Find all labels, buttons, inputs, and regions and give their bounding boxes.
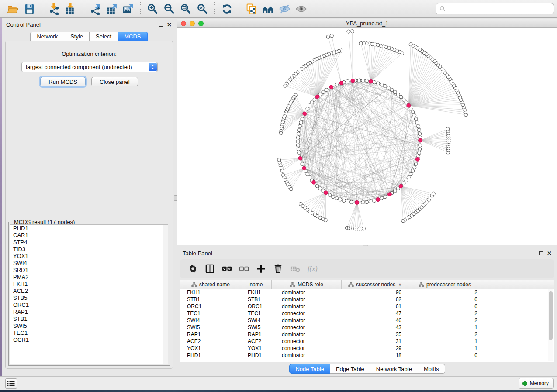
column-header-name[interactable]: name [241, 280, 272, 289]
mcds-result-item[interactable]: TEC1 [10, 330, 168, 337]
mcds-result-item[interactable]: SWI5 [10, 323, 168, 330]
cell-successor_nodes: 31 [342, 338, 408, 344]
copy-network-button[interactable] [243, 2, 259, 16]
zoom-selected-button[interactable] [194, 2, 211, 16]
table-scrollbar[interactable] [548, 289, 553, 361]
mcds-result-item[interactable]: STB5 [10, 295, 168, 302]
import-table-button[interactable] [62, 2, 79, 16]
export-network-button[interactable] [86, 2, 103, 16]
cell-successor_nodes: 61 [342, 303, 408, 309]
mcds-result-item[interactable]: GCR1 [10, 337, 168, 344]
control-panel: Control Panel ✕ NetworkStyleSelectMCDS O… [2, 18, 176, 376]
mcds-result-item[interactable]: STP4 [10, 239, 168, 246]
network-graph[interactable] [177, 28, 557, 245]
column-header-MCDS-role[interactable]: MCDS role [272, 280, 342, 289]
tab-style[interactable]: Style [64, 32, 90, 41]
toolbar-separator [137, 2, 143, 15]
network-window-titlebar[interactable]: YPA_prune.txt_1 [177, 19, 557, 28]
zoom-out-button[interactable] [161, 2, 177, 16]
refresh-button[interactable] [218, 2, 235, 16]
show-all-button[interactable] [293, 2, 309, 16]
mcds-list-scrollbar[interactable] [163, 225, 168, 364]
window-close-button[interactable] [181, 21, 186, 26]
table-row[interactable]: SWI4SWI4dominator462 [180, 317, 554, 324]
table-row[interactable]: TEC1TEC1connector472 [180, 310, 554, 317]
table-row[interactable]: RAP1RAP1dominator352 [180, 331, 554, 338]
import-network-button[interactable] [45, 2, 62, 16]
table-row[interactable]: PHD1PHD1dominator180 [180, 352, 554, 359]
criterion-value: largest connected component (undirected) [26, 64, 132, 70]
table-row[interactable]: YOX1YOX1connector291 [180, 345, 554, 352]
zoom-in-button[interactable] [144, 2, 161, 16]
export-image-button[interactable] [120, 2, 136, 16]
criterion-dropdown[interactable]: largest connected component (undirected)… [21, 62, 158, 72]
cell-predecessor_nodes: 2 [408, 289, 481, 296]
tab-edge-table[interactable]: Edge Table [330, 364, 370, 374]
delete-button[interactable] [271, 262, 284, 275]
cell-successor_nodes: 96 [342, 289, 408, 296]
float-panel-icon[interactable] [159, 23, 163, 27]
mcds-result-item[interactable]: PMA2 [10, 274, 168, 281]
first-neighbors-button[interactable] [259, 2, 276, 16]
column-header-successor-nodes[interactable]: successor nodes∨ [342, 280, 408, 289]
table-row[interactable]: FKH1FKH1dominator962 [180, 289, 554, 296]
float-table-panel-icon[interactable] [539, 251, 543, 255]
cell-predecessor_nodes: 1 [408, 345, 481, 351]
memory-button[interactable]: Memory [519, 378, 554, 389]
mcds-result-item[interactable]: ORC1 [10, 302, 168, 309]
mcds-result-item[interactable]: ACE2 [10, 288, 168, 295]
table-row[interactable]: SWI5SWI5connector431 [180, 324, 554, 331]
run-mcds-button[interactable]: Run MCDS [40, 77, 86, 86]
table-row[interactable]: ORC1ORC1dominator610 [180, 303, 554, 310]
cell-name: PHD1 [241, 352, 272, 358]
toolbar-separator [80, 2, 86, 15]
select-all-button[interactable] [220, 262, 233, 275]
tab-select[interactable]: Select [90, 32, 118, 41]
mcds-result-item[interactable]: CAR1 [10, 232, 168, 239]
cell-successor_nodes: 43 [342, 324, 408, 330]
table-row[interactable]: STB1STB1dominator620 [180, 296, 554, 303]
columns-button[interactable] [203, 262, 216, 275]
hide-selected-button[interactable] [276, 2, 293, 16]
window-minimize-button[interactable] [190, 21, 195, 26]
close-table-panel-icon[interactable]: ✕ [547, 251, 552, 255]
window-zoom-button[interactable] [198, 21, 204, 26]
cell-name: ORC1 [241, 303, 272, 309]
deselect-all-button[interactable] [237, 262, 250, 275]
zoom-in-icon [147, 3, 159, 15]
close-panel-icon[interactable]: ✕ [167, 23, 172, 27]
node-table[interactable]: shared namenameMCDS rolesuccessor nodes∨… [180, 280, 554, 362]
search-input[interactable] [446, 4, 554, 13]
add-button[interactable] [254, 262, 267, 275]
tab-node-table[interactable]: Node Table [289, 364, 330, 374]
mcds-result-item[interactable]: SRD1 [10, 267, 168, 274]
toolbar-separator [236, 2, 242, 15]
mcds-result-item[interactable]: YOX1 [10, 253, 168, 260]
mcds-result-item[interactable]: TID3 [10, 246, 168, 253]
close-panel-button[interactable]: Close panel [91, 77, 138, 86]
export-table-button[interactable] [103, 2, 120, 16]
zoom-fit-button[interactable] [177, 2, 194, 16]
mcds-result-list[interactable]: PHD1CAR1STP4TID3YOX1SWI4SRD1PMA2FKH1ACE2… [10, 224, 168, 364]
tab-network-table[interactable]: Network Table [370, 364, 418, 374]
search-box[interactable] [436, 3, 554, 14]
table-row[interactable]: ACE2ACE2connector311 [180, 338, 554, 345]
tab-mcds[interactable]: MCDS [118, 32, 147, 41]
open-button[interactable] [4, 2, 21, 16]
mcds-result-item[interactable]: PHD1 [10, 225, 168, 232]
mcds-result-item[interactable]: SWI4 [10, 260, 168, 267]
delete-table-icon [290, 263, 301, 274]
gear-button[interactable] [186, 262, 199, 275]
save-button[interactable] [21, 2, 38, 16]
zoom-selected-icon [197, 3, 208, 15]
tab-motifs[interactable]: Motifs [418, 364, 445, 374]
toolbar-separator [38, 2, 45, 15]
column-header-shared-name[interactable]: shared name [180, 280, 241, 289]
mcds-result-item[interactable]: STB1 [10, 316, 168, 323]
mcds-result-item[interactable]: RAP1 [10, 309, 168, 316]
column-header-predecessor-nodes[interactable]: predecessor nodes [408, 280, 481, 289]
frames-list-button[interactable] [5, 378, 17, 389]
mcds-result-item[interactable]: FKH1 [10, 281, 168, 288]
tab-network[interactable]: Network [30, 32, 64, 41]
cell-predecessor_nodes: 0 [408, 296, 481, 303]
